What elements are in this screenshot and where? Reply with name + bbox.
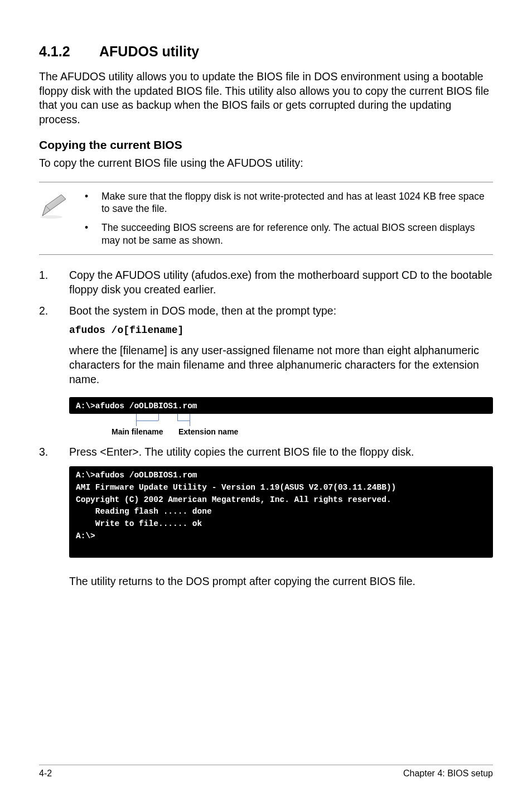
subsection-heading: Copying the current BIOS [39,138,493,152]
step-row: 1. Copy the AFUDOS utility (afudos.exe) … [39,268,493,297]
chapter-label: Chapter 4: BIOS setup [403,769,493,779]
note-item: Make sure that the floppy disk is not wr… [101,190,493,215]
page-footer: 4-2 Chapter 4: BIOS setup [39,765,493,779]
section-title: AFUDOS utility [99,44,199,59]
annotation-label-main: Main filename [112,427,163,436]
bullet-icon: • [85,221,101,247]
step-row: 3. Press <Enter>. The utility copies the… [39,445,493,460]
svg-point-0 [40,215,62,219]
annotation-connector [136,421,158,421]
terminal-block: A:\>afudos /oOLDBIOS1.rom AMI Firmware U… [69,466,493,558]
pencil-note-icon [39,190,68,221]
terminal-block: A:\>afudos /oOLDBIOS1.rom [69,397,493,414]
intro-paragraph: The AFUDOS utility allows you to update … [39,70,493,127]
step-number: 1. [39,268,69,297]
terminal-output: A:\>afudos /oOLDBIOS1.rom AMI Firmware U… [69,466,493,558]
note-content: • Make sure that the floppy disk is not … [85,190,493,247]
annotation-connector [136,414,137,426]
closing-paragraph: The utility returns to the DOS prompt af… [69,574,493,589]
section-number: 4.1.2 [39,44,99,60]
code-command: afudos /o[filename] [69,325,493,336]
annotation-connector [177,421,190,421]
step-explanation: where the [filename] is any user-assigne… [69,344,493,386]
section-heading: 4.1.2AFUDOS utility [39,44,493,60]
note-box: • Make sure that the floppy disk is not … [39,182,493,255]
note-item: The succeeding BIOS screens are for refe… [101,221,493,247]
step-number: 2. [39,304,69,318]
step-text: Copy the AFUDOS utility (afudos.exe) fro… [69,268,493,297]
annotation-connector [177,414,178,421]
subsection-intro: To copy the current BIOS file using the … [39,156,493,171]
annotation-connector [158,414,159,421]
annotation-connector [190,414,190,426]
annotation-label-ext: Extension name [178,427,238,436]
step-number: 3. [39,445,69,460]
terminal-output: A:\>afudos /oOLDBIOS1.rom [69,397,493,414]
bullet-icon: • [85,190,101,215]
annotation-row: Main filename Extension name [69,414,493,439]
step-row: 2. Boot the system in DOS mode, then at … [39,304,493,318]
page-number: 4-2 [39,769,52,779]
step-text: Boot the system in DOS mode, then at the… [69,304,493,318]
step-text: Press <Enter>. The utility copies the cu… [69,445,493,460]
